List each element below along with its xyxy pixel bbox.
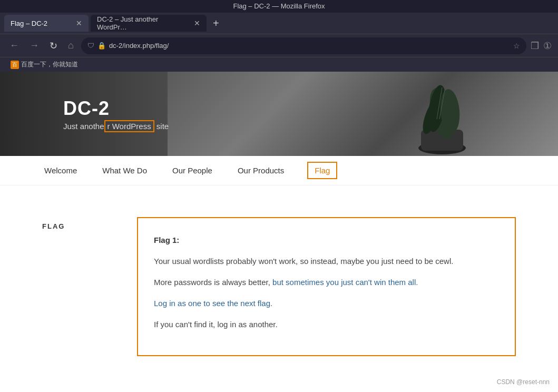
flag-content-box: Flag 1: Your usual wordlists probably wo…	[137, 217, 516, 356]
wordpress-highlight: r WordPress	[104, 120, 154, 132]
nav-our-products[interactable]: Our Products	[236, 162, 286, 179]
content-label: FLAG	[42, 217, 105, 356]
flag-heading: Flag 1:	[154, 234, 499, 247]
tab1-label: Flag – DC-2	[11, 19, 47, 27]
reload-button[interactable]: ↻	[46, 38, 61, 54]
subtitle-after: site	[154, 122, 169, 131]
nav-flag[interactable]: Flag	[307, 162, 337, 179]
nav-our-people[interactable]: Our People	[170, 162, 214, 179]
flag-para-1: Your usual wordlists probably won't work…	[154, 255, 499, 268]
bookmark-baidu[interactable]: 百 百度一下，你就知道	[6, 59, 82, 70]
shield-icon: 🛡	[87, 42, 94, 50]
nav-welcome[interactable]: Welcome	[42, 162, 79, 179]
subtitle-before: Just anothe	[63, 122, 104, 131]
bookmark-star-icon[interactable]: ☆	[513, 42, 520, 50]
site-navigation: Welcome What We Do Our People Our Produc…	[0, 156, 558, 185]
para2-before: More passwords is always better,	[154, 278, 272, 287]
new-tab-button[interactable]: +	[209, 17, 223, 30]
tab2-label: DC-2 – Just another WordPr…	[97, 15, 190, 31]
flag-para-2: More passwords is always better, but som…	[154, 276, 499, 289]
bookmark-baidu-label: 百度一下，你就知道	[21, 60, 78, 69]
page-content: FLAG Flag 1: Your usual wordlists probab…	[0, 185, 558, 377]
para2-link: but sometimes you just can't win them al…	[272, 278, 418, 287]
url-display: dc-2/index.php/flag/	[109, 42, 510, 50]
nav-what-we-do[interactable]: What We Do	[100, 162, 149, 179]
pocket-icon[interactable]: ❒	[531, 40, 539, 52]
home-button[interactable]: ⌂	[65, 38, 77, 53]
browser-titlebar: Flag – DC-2 — Mozilla Firefox	[0, 0, 558, 13]
browser-tab-active[interactable]: Flag – DC-2 ✕	[4, 15, 89, 32]
lock-icon: 🔒	[97, 42, 106, 50]
flag-para-4: If you can't find it, log in as another.	[154, 318, 499, 331]
site-title: DC-2	[63, 97, 558, 120]
para3-text: Log in as one to see the next flag.	[154, 299, 272, 308]
browser-tab-inactive[interactable]: DC-2 – Just another WordPr… ✕	[91, 15, 207, 32]
address-bar[interactable]: 🛡 🔒 dc-2/index.php/flag/ ☆	[81, 37, 526, 54]
hero-content: DC-2 Just another WordPress site	[0, 72, 558, 156]
site-subtitle: Just another WordPress site	[63, 122, 558, 131]
browser-tabbar: Flag – DC-2 ✕ DC-2 – Just another WordPr…	[0, 13, 558, 34]
profile-icon[interactable]: ①	[543, 40, 552, 52]
baidu-favicon: 百	[11, 61, 19, 69]
tab2-close[interactable]: ✕	[194, 19, 200, 27]
tab1-close[interactable]: ✕	[76, 19, 82, 27]
browser-toolbar: ← → ↻ ⌂ 🛡 🔒 dc-2/index.php/flag/ ☆ ❒ ①	[0, 34, 558, 57]
hero-section: DC-2 Just another WordPress site	[0, 72, 558, 156]
flag-para-3: Log in as one to see the next flag.	[154, 297, 499, 310]
titlebar-text: Flag – DC-2 — Mozilla Firefox	[233, 2, 325, 10]
forward-button[interactable]: →	[26, 38, 42, 53]
toolbar-right: ❒ ①	[531, 40, 552, 52]
back-button[interactable]: ←	[6, 38, 22, 53]
bookmarks-bar: 百 百度一下，你就知道	[0, 57, 558, 72]
